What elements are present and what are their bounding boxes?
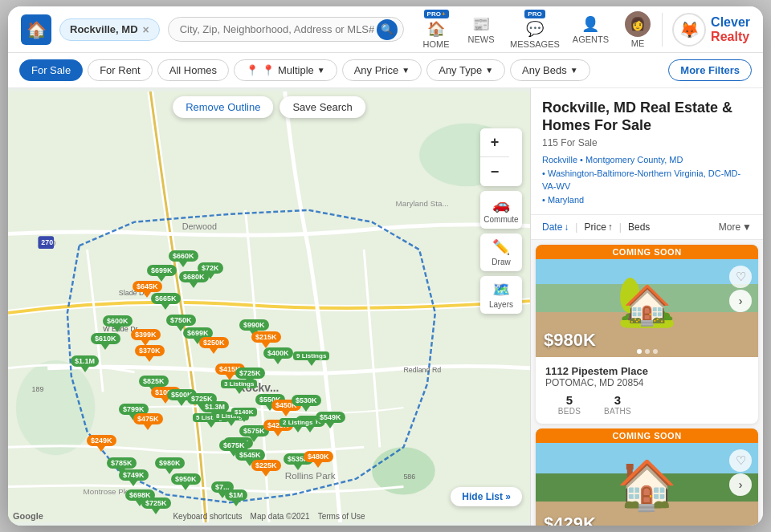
for-rent-tab[interactable]: For Rent <box>88 59 153 81</box>
map-pin-1: 📍 <box>246 64 259 76</box>
remove-outline-btn[interactable]: Remove Outline <box>173 96 273 118</box>
nav-item-agents[interactable]: 👤 AGENTS <box>573 15 609 44</box>
nav-item-home[interactable]: PRO+ 🏠 HOME <box>420 10 452 49</box>
browser-frame: 🏠 Rockville, MD × 🔍 PRO+ 🏠 HOME 📰 NEWS <box>8 6 763 526</box>
breadcrumb-sep: • <box>580 155 585 164</box>
zoom-in-btn[interactable]: + <box>480 128 509 157</box>
zoom-out-btn[interactable]: − <box>480 157 509 186</box>
hide-list-btn[interactable]: Hide List » <box>451 487 522 506</box>
search-input[interactable] <box>168 17 404 42</box>
breadcrumb-sep2: • <box>542 169 548 178</box>
breadcrumb-maryland[interactable]: Maryland <box>548 195 584 205</box>
draw-icon: ✏️ <box>492 238 510 256</box>
listings-panel: Rockville, MD Real Estate & Homes For Sa… <box>530 88 763 526</box>
dot-1 <box>637 349 642 354</box>
map-data-label: Map data ©2021 <box>251 512 310 521</box>
location-remove-btn[interactable]: × <box>143 23 149 36</box>
coming-soon-badge-1: COMING SOON <box>536 245 758 259</box>
price-arrow: ▼ <box>402 66 410 75</box>
listings-breadcrumb: Rockville • Montgomery County, MD • Wash… <box>542 153 752 206</box>
commute-label: Commute <box>483 215 518 224</box>
listing-details-1: 5 BEDS 3 BATHS <box>545 393 749 416</box>
terms-label: Terms of Use <box>318 512 365 521</box>
commute-icon: 🚗 <box>492 196 510 213</box>
sort-beds-label: Beds <box>628 221 650 233</box>
svg-text:Rockv...: Rockv... <box>238 382 279 394</box>
house-photo-2 <box>536 428 758 526</box>
location-tag[interactable]: Rockville, MD × <box>59 18 160 41</box>
listings-header: Rockville, MD Real Estate & Homes For Sa… <box>531 88 763 215</box>
beds-detail-1: 5 BEDS <box>545 393 594 416</box>
search-button[interactable]: 🔍 <box>377 19 398 40</box>
next-photo-btn-1[interactable]: › <box>729 290 752 312</box>
map-area[interactable]: Derwood Maryland Sta... Rockv... Rollins… <box>8 88 530 526</box>
favorite-btn-2[interactable]: ♡ <box>729 449 752 472</box>
nav-item-news[interactable]: 📰 NEWS <box>465 15 497 44</box>
news-nav-label: NEWS <box>468 35 495 44</box>
svg-text:270: 270 <box>41 238 53 246</box>
layers-label: Layers <box>489 300 513 309</box>
user-avatar: 👩 <box>625 11 651 37</box>
messages-nav-icon: 💬 <box>526 20 544 38</box>
favorite-btn-1[interactable]: ♡ <box>729 266 752 288</box>
breadcrumb-montgomery[interactable]: Montgomery County, MD <box>585 155 683 164</box>
keyboard-shortcuts: Keyboard shortcuts <box>173 512 242 521</box>
sort-date-btn[interactable]: Date ↓ <box>542 221 569 233</box>
clever-realty-text: CleverRealty <box>711 15 750 43</box>
breadcrumb-dc-metro[interactable]: Washington-Baltimore-Northern Virginia, … <box>542 169 740 192</box>
svg-text:Rollins Park: Rollins Park <box>285 470 336 481</box>
filter-bar: For Sale For Rent All Homes 📍 📍 Multiple… <box>8 53 763 88</box>
search-wrap: 🔍 <box>168 17 404 42</box>
svg-text:Redland Rd: Redland Rd <box>403 366 441 374</box>
type-filter[interactable]: Any Type ▼ <box>426 59 505 81</box>
sort-price-arrow: ↑ <box>608 221 613 233</box>
map-type-label: Multiple <box>278 64 314 76</box>
map-svg: Derwood Maryland Sta... Rockv... Rollins… <box>8 88 530 526</box>
listing-card-1[interactable]: COMING SOON ♡ › $980K 1112 Pipestem Plac… <box>536 245 758 424</box>
sort-price-btn[interactable]: Price ↑ <box>584 221 612 233</box>
map-type-filter[interactable]: 📍 📍 Multiple ▼ <box>234 59 337 81</box>
nav-item-messages[interactable]: PRO 💬 MESSAGES <box>510 10 560 49</box>
site-logo[interactable]: 🏠 <box>21 14 51 45</box>
dot-2 <box>645 349 650 354</box>
layers-btn[interactable]: 🗺️ Layers <box>480 276 522 314</box>
coming-soon-badge-2: COMING SOON <box>536 428 758 443</box>
listing-card-2[interactable]: COMING SOON ♡ › $429K 1503 Crawford Driv… <box>536 428 758 526</box>
sort-beds-btn[interactable]: Beds <box>628 221 650 233</box>
commute-btn[interactable]: 🚗 Commute <box>480 191 522 229</box>
listing-image-1: COMING SOON ♡ › $980K <box>536 245 758 357</box>
svg-text:Montrose Pk: Montrose Pk <box>84 487 128 496</box>
sort-more-btn[interactable]: More ▼ <box>719 221 752 233</box>
google-logo: Google <box>13 511 43 521</box>
map-pin-2: 📍 <box>262 64 275 76</box>
address-line1-1: 1112 Pipestem Place <box>545 365 749 377</box>
address-line2-1: POTOMAC, MD 20854 <box>545 377 643 388</box>
type-label: Any Type <box>439 64 482 76</box>
beds-value-1: 5 <box>566 393 573 407</box>
clever-realty-logo[interactable]: 🦊 CleverRealty <box>662 13 750 47</box>
draw-btn[interactable]: ✏️ Draw <box>480 234 522 271</box>
baths-detail-1: 3 BATHS <box>594 393 642 416</box>
price-filter[interactable]: Any Price ▼ <box>342 59 422 81</box>
svg-text:W Edde Dr: W Edde Dr <box>103 325 137 333</box>
map-footer: Keyboard shortcuts Map data ©2021 Terms … <box>173 512 365 521</box>
next-photo-btn-2[interactable]: › <box>729 473 752 496</box>
for-sale-tab[interactable]: For Sale <box>19 59 83 81</box>
nav-item-me[interactable]: 👩 ME <box>622 11 654 48</box>
news-nav-icon: 📰 <box>472 15 490 33</box>
breadcrumb-rockville[interactable]: Rockville <box>542 155 577 164</box>
sort-more-arrow: ▼ <box>742 221 752 233</box>
beds-filter[interactable]: Any Beds ▼ <box>510 59 590 81</box>
listing-info-1: 1112 Pipestem Place POTOMAC, MD 20854 5 … <box>536 357 758 424</box>
zoom-controls: + − <box>480 128 522 186</box>
me-nav-label: ME <box>631 39 645 48</box>
all-homes-tab[interactable]: All Homes <box>157 59 229 81</box>
baths-value-1: 3 <box>614 393 621 407</box>
svg-text:189: 189 <box>32 385 44 393</box>
save-search-btn[interactable]: Save Search <box>279 96 365 118</box>
dot-3 <box>653 349 658 354</box>
sort-date-arrow: ↓ <box>564 221 569 233</box>
sort-divider-2: | <box>619 221 622 233</box>
more-filters-btn[interactable]: More Filters <box>668 59 752 81</box>
listing-address-1: 1112 Pipestem Place POTOMAC, MD 20854 <box>545 365 749 388</box>
